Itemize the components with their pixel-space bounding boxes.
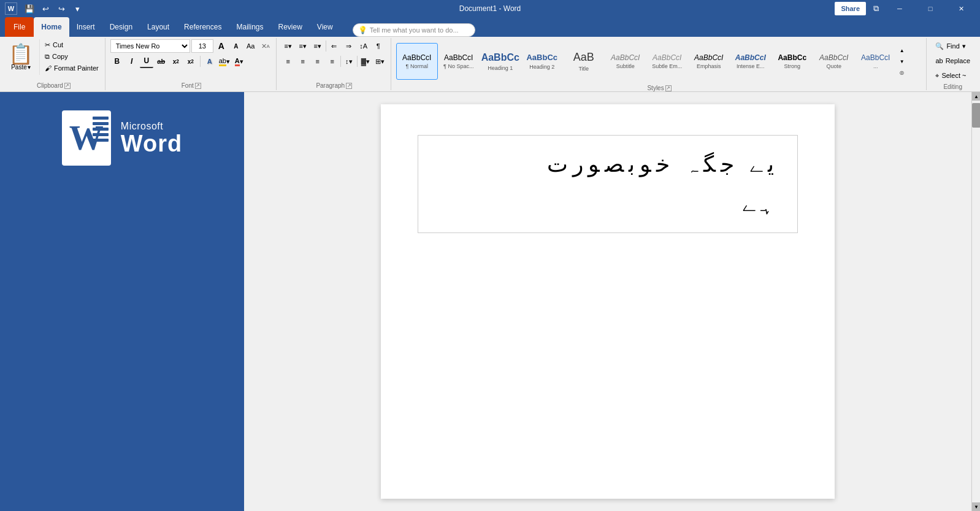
clear-formatting-button[interactable]: ✕A <box>259 39 272 53</box>
subscript-button[interactable]: x2 <box>169 55 183 68</box>
text-effects-button[interactable]: A <box>203 55 216 68</box>
ribbon-group-editing: 🔍 Find ▾ ab Replace ⌖ Select ~ Editing <box>928 38 978 90</box>
font-name-select[interactable]: Times New Ro <box>110 39 190 53</box>
document-page[interactable]: یے جگہ خوبصورت ہے <box>381 104 835 499</box>
sort-button[interactable]: ↕A <box>357 39 370 53</box>
style-heading1[interactable]: AaBbCc Heading 1 <box>480 43 521 80</box>
redo-btn[interactable]: ↪ <box>54 1 69 16</box>
maximize-button[interactable]: □ <box>916 0 944 17</box>
multilevel-button[interactable]: ≡▾ <box>311 39 324 53</box>
select-button[interactable]: ⌖ Select ~ <box>932 69 974 82</box>
left-panel: W Microsoft Word <box>0 92 244 511</box>
editing-content: 🔍 Find ▾ ab Replace ⌖ Select ~ <box>932 39 974 82</box>
style-intense-em[interactable]: AaBbCcI Intense E... <box>730 43 771 80</box>
undo-btn[interactable]: ↩ <box>38 1 53 16</box>
bold-button[interactable]: B <box>110 55 124 68</box>
style-normal[interactable]: AaBbCcI ¶ Normal <box>396 43 438 80</box>
text-highlight-button[interactable]: ab▾ <box>218 55 231 68</box>
change-case-button[interactable]: Aa <box>244 39 258 53</box>
editing-label: Editing <box>943 82 962 90</box>
tab-mailings[interactable]: Mailings <box>229 17 270 37</box>
word-icon: W <box>62 110 111 166</box>
clipboard-expand-icon[interactable]: ↗ <box>64 83 71 89</box>
right-scrollbar[interactable]: ▲ ▼ <box>971 92 980 511</box>
styles-scroll-down[interactable]: ▼ <box>898 56 906 67</box>
replace-button[interactable]: ab Replace <box>932 54 974 67</box>
cut-button[interactable]: ✂ Cut <box>42 39 101 50</box>
para-sep3 <box>357 56 358 67</box>
tab-file[interactable]: File <box>5 17 34 37</box>
styles-scroll-up[interactable]: ▲ <box>898 45 906 56</box>
tab-insert[interactable]: Insert <box>69 17 102 37</box>
styles-expand[interactable]: ◎ <box>898 67 906 78</box>
justify-button[interactable]: ≡ <box>326 55 339 68</box>
superscript-button[interactable]: x2 <box>184 55 197 68</box>
italic-button[interactable]: I <box>125 55 139 68</box>
word-label: Word <box>121 132 182 155</box>
font-label: Font ↗ <box>182 81 201 89</box>
tab-design[interactable]: Design <box>102 17 140 37</box>
font-controls: Times New Ro A A Aa ✕A B I U ab x2 x2 <box>110 39 272 68</box>
show-hide-button[interactable]: ¶ <box>372 39 385 53</box>
increase-indent-button[interactable]: ⇒ <box>342 39 356 53</box>
restore-window-icon[interactable]: ⧉ <box>868 1 883 16</box>
urdu-text-box[interactable]: یے جگہ خوبصورت ہے <box>418 135 798 233</box>
search-icon: 🔍 <box>935 42 944 50</box>
tab-layout[interactable]: Layout <box>140 17 177 37</box>
align-right-button[interactable]: ≡ <box>311 55 324 68</box>
shading-button[interactable]: ▓▾ <box>359 55 372 68</box>
save-btn[interactable]: 💾 <box>22 1 37 16</box>
align-center-button[interactable]: ≡ <box>296 55 310 68</box>
tab-view[interactable]: View <box>310 17 340 37</box>
urdu-line-1: یے جگہ خوبصورت <box>437 148 779 181</box>
bullets-button[interactable]: ≡▾ <box>281 39 295 53</box>
borders-button[interactable]: ⊞▾ <box>373 55 387 68</box>
copy-icon: ⧉ <box>45 53 50 61</box>
style-more[interactable]: AaBbCcI ... <box>855 43 897 80</box>
tab-references[interactable]: References <box>177 17 229 37</box>
style-heading2[interactable]: AaBbCc Heading 2 <box>521 43 563 80</box>
shrink-font-button[interactable]: A <box>229 39 243 53</box>
scroll-down-arrow[interactable]: ▼ <box>972 502 980 511</box>
style-title[interactable]: AaB Title <box>563 43 605 80</box>
align-left-button[interactable]: ≡ <box>281 55 295 68</box>
underline-button[interactable]: U <box>140 55 153 68</box>
font-expand-icon[interactable]: ↗ <box>195 83 201 89</box>
numbering-button[interactable]: ≡▾ <box>296 39 310 53</box>
strikethrough-button[interactable]: ab <box>155 55 168 68</box>
share-button[interactable]: Share <box>835 2 866 15</box>
para-sep1 <box>326 40 326 52</box>
tell-me-bar[interactable]: 💡 Tell me what you want to do... <box>353 23 475 37</box>
clipboard-small-buttons: ✂ Cut ⧉ Copy 🖌 Format Painter <box>42 39 101 74</box>
tab-home[interactable]: Home <box>34 17 69 37</box>
ribbon-tabs: File Home Insert Design Layout Reference… <box>0 17 980 37</box>
close-button[interactable]: ✕ <box>947 0 975 17</box>
app-icon: W <box>5 2 17 15</box>
grow-font-button[interactable]: A <box>215 39 228 53</box>
font-color-button[interactable]: A▾ <box>232 55 246 68</box>
font-row2: B I U ab x2 x2 A ab▾ A▾ <box>110 55 272 68</box>
line-spacing-button[interactable]: ↕▾ <box>342 55 356 68</box>
document-main[interactable]: یے جگہ خوبصورت ہے <box>244 92 971 511</box>
word-logo-area: W Microsoft Word <box>62 110 182 166</box>
style-subtitle[interactable]: AaBbCcI Subtitle <box>605 43 646 80</box>
style-strong[interactable]: AaBbCc Strong <box>771 43 813 80</box>
tab-review[interactable]: Review <box>270 17 309 37</box>
style-emphasis[interactable]: AaBbCcI Emphasis <box>688 43 730 80</box>
paragraph-expand-icon[interactable]: ↗ <box>346 83 352 89</box>
format-painter-button[interactable]: 🖌 Format Painter <box>42 63 101 74</box>
font-size-input[interactable] <box>191 39 213 53</box>
scroll-up-arrow[interactable]: ▲ <box>972 92 980 101</box>
find-button[interactable]: 🔍 Find ▾ <box>932 39 974 53</box>
customize-quick-access-btn[interactable]: ▾ <box>70 1 85 16</box>
decrease-indent-button[interactable]: ⇐ <box>327 39 341 53</box>
style-no-spacing[interactable]: AaBbCcI ¶ No Spac... <box>438 43 480 80</box>
minimize-button[interactable]: ─ <box>886 0 914 17</box>
scroll-track[interactable] <box>972 101 980 502</box>
copy-button[interactable]: ⧉ Copy <box>42 51 101 62</box>
style-subtle-em[interactable]: AaBbCcI Subtle Em... <box>646 43 688 80</box>
scroll-thumb[interactable] <box>972 103 980 128</box>
styles-expand-icon[interactable]: ↗ <box>665 85 672 91</box>
paste-button[interactable]: 📋 Paste▾ <box>6 39 36 75</box>
style-quote[interactable]: AaBbCcI Quote <box>813 43 855 80</box>
